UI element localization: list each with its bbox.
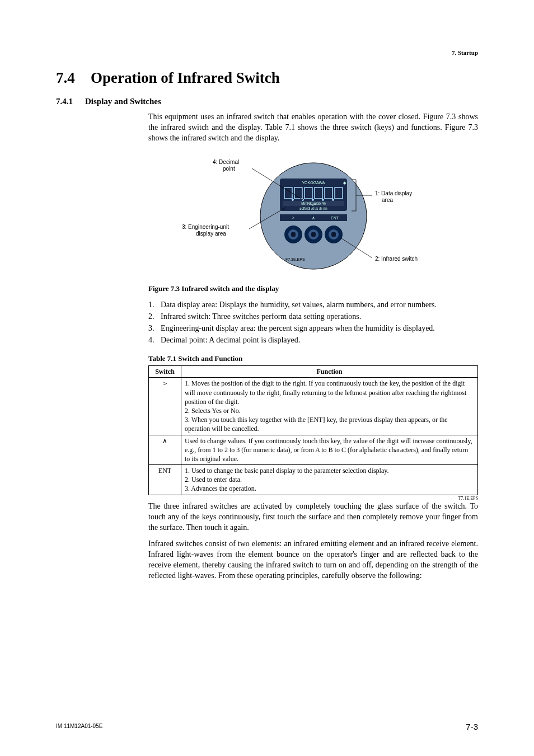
table-cell-function: 1. Used to change the basic panel displa… <box>181 465 478 495</box>
table-row: ＞ 1. Moves the position of the digit to … <box>149 378 478 435</box>
figure-caption: Figure 7.3 Infrared switch and the displ… <box>148 284 478 294</box>
table-header: Switch <box>149 366 181 378</box>
svg-rect-28 <box>311 232 316 237</box>
table-row: ∧ Used to change values. If you continuo… <box>149 435 478 465</box>
table-row: ENT 1. Used to change the basic panel di… <box>149 465 478 495</box>
table-cell-switch: ENT <box>149 465 181 495</box>
table-caption: Table 7.1 Switch and Function <box>148 354 478 364</box>
table-header: Function <box>181 366 478 378</box>
list-item: 3.Engineering-unit display area: the per… <box>148 323 478 334</box>
intro-paragraph: This equipment uses an infrared switch t… <box>148 112 478 144</box>
svg-text:>: > <box>292 215 294 220</box>
label-decimal: 4: Decimal <box>213 159 239 165</box>
svg-point-14 <box>332 199 334 200</box>
paragraph-after-table: The three infrared switches are activate… <box>148 501 478 533</box>
table-cell-switch: ∧ <box>149 435 181 465</box>
switch-function-table: Switch Function ＞ 1. Moves the position … <box>148 365 478 495</box>
list-item: 1.Data display area: Displays the humidi… <box>148 300 478 311</box>
svg-text:MmNkgalbbl  %: MmNkgalbbl % <box>301 201 326 206</box>
numbered-list: 1.Data display area: Displays the humidi… <box>148 300 478 346</box>
svg-text:point: point <box>223 166 235 172</box>
subsection-heading: 7.4.1Display and Switches <box>56 97 478 106</box>
svg-text:scftm3 /d /s /h /m: scftm3 /d /s /h /m <box>299 206 327 210</box>
list-item: 2.Infrared switch: Three switches perfor… <box>148 312 478 322</box>
svg-text:display area: display area <box>196 231 226 237</box>
table-cell-function: Used to change values. If you continuous… <box>181 435 478 465</box>
footer-doc-id: IM 11M12A01-05E <box>56 723 102 729</box>
svg-text:∧: ∧ <box>312 215 315 220</box>
label-infrared: 2: Infrared switch <box>375 256 418 262</box>
svg-point-10 <box>292 199 293 200</box>
running-header: 7. Startup <box>452 49 478 56</box>
paragraph-infrared: Infrared switches consist of two element… <box>148 539 478 581</box>
table-cell-function: 1. Moves the position of the digit to th… <box>181 378 478 435</box>
table-eps: T7.1E.EPS <box>148 496 478 502</box>
label-engineering: 3: Engineering-unit <box>182 224 229 230</box>
footer-page-number: 7-3 <box>466 722 478 731</box>
svg-point-12 <box>312 199 313 200</box>
section-heading: 7.4Operation of Infrared Switch <box>56 69 478 87</box>
figure-eps: F7.3E.EPS <box>285 257 305 261</box>
section-number: 7.4 <box>56 69 91 87</box>
table-cell-switch: ＞ <box>149 378 181 435</box>
svg-text:ENT: ENT <box>331 216 339 220</box>
section-title: Operation of Infrared Switch <box>91 69 280 86</box>
svg-text:area: area <box>382 197 393 203</box>
svg-rect-31 <box>331 232 336 237</box>
label-data-area: 1: Data display <box>375 190 412 196</box>
subsection-title: Display and Switches <box>85 97 161 106</box>
subsection-number: 7.4.1 <box>56 97 85 106</box>
brand-label: YOKOGAWA <box>302 181 325 185</box>
figure-diagram: YOKOGAWA ◆ MmNkgal <box>179 152 448 275</box>
svg-point-13 <box>322 199 324 200</box>
list-item: 4.Decimal point: A decimal point is disp… <box>148 335 478 346</box>
figure-container: YOKOGAWA ◆ MmNkgal <box>148 152 478 278</box>
svg-rect-25 <box>291 232 296 237</box>
